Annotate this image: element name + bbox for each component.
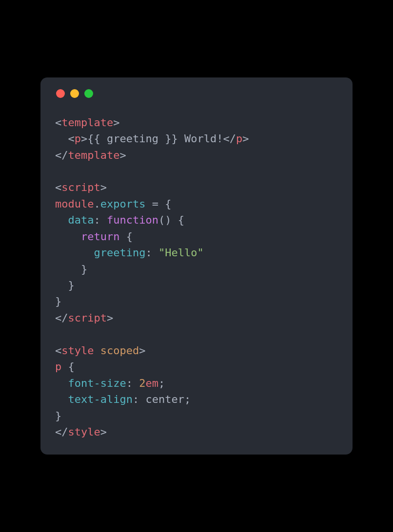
- window-titlebar: [55, 89, 338, 98]
- code-line: module.exports = {: [55, 198, 171, 210]
- code-block: <template> <p>{{ greeting }} World!</p> …: [55, 114, 338, 440]
- code-line: <p>{{ greeting }} World!</p>: [55, 133, 249, 145]
- code-line: }: [55, 279, 75, 291]
- code-line: font-size: 2em;: [55, 377, 165, 389]
- code-line: <script>: [55, 181, 107, 193]
- code-line: text-align: center;: [55, 393, 191, 405]
- close-icon[interactable]: [56, 89, 65, 98]
- code-line: </script>: [55, 312, 113, 324]
- code-line: greeting: "Hello": [55, 247, 204, 259]
- code-window: <template> <p>{{ greeting }} World!</p> …: [40, 77, 353, 455]
- code-line: }: [55, 263, 87, 275]
- maximize-icon[interactable]: [84, 89, 93, 98]
- code-line: }: [55, 410, 61, 422]
- code-line: <template>: [55, 116, 119, 129]
- code-line: p {: [55, 361, 75, 373]
- code-line: </template>: [55, 149, 126, 161]
- code-line: <style scoped>: [55, 344, 145, 357]
- code-line: return {: [55, 230, 133, 243]
- code-line: }: [55, 295, 61, 307]
- code-line: </style>: [55, 426, 107, 438]
- code-line: data: function() {: [55, 214, 184, 226]
- minimize-icon[interactable]: [70, 89, 79, 98]
